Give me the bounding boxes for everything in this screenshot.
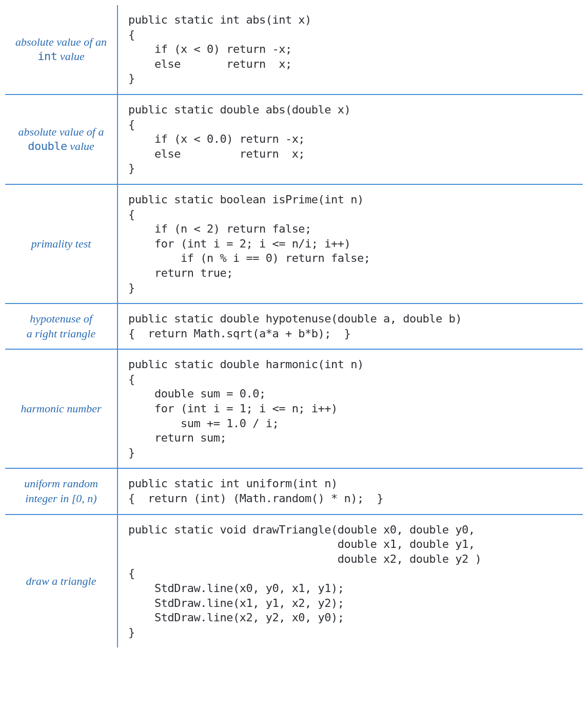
row-code-cell: public static int abs(int x) { if (x < 0…	[118, 5, 583, 94]
row-label: draw a triangle	[26, 574, 96, 589]
function-table: absolute value of anint value public sta…	[5, 5, 583, 647]
table-row: harmonic number public static double har…	[5, 349, 583, 468]
row-code-cell: public static void drawTriangle(double x…	[118, 515, 583, 648]
table-row: primality test public static boolean isP…	[5, 184, 583, 303]
row-label-cell: harmonic number	[5, 350, 118, 468]
row-label: uniform randominteger in [0, n)	[24, 477, 98, 506]
code-block: public static double hypotenuse(double a…	[128, 312, 462, 341]
row-label-cell: primality test	[5, 185, 118, 303]
row-code-cell: public static double harmonic(int n) { d…	[118, 350, 583, 468]
label-post: [0, n)	[72, 492, 97, 505]
table-row: hypotenuse ofa right triangle public sta…	[5, 303, 583, 349]
code-block: public static int uniform(int n) { retur…	[128, 477, 383, 506]
code-block: public static double abs(double x) { if …	[128, 103, 350, 176]
label-pre: harmonic number	[21, 402, 101, 415]
table-row: absolute value of anint value public sta…	[5, 5, 583, 94]
row-label: harmonic number	[21, 402, 101, 416]
label-mono: int	[37, 50, 57, 63]
row-label-cell: draw a triangle	[5, 515, 118, 648]
code-block: public static void drawTriangle(double x…	[128, 523, 481, 640]
row-code-cell: public static boolean isPrime(int n) { i…	[118, 185, 583, 303]
label-post: value	[67, 140, 94, 153]
row-label-cell: absolute value of adouble value	[5, 95, 118, 184]
row-label: absolute value of anint value	[15, 35, 107, 64]
row-code-cell: public static int uniform(int n) { retur…	[118, 469, 583, 513]
code-block: public static boolean isPrime(int n) { i…	[128, 193, 370, 295]
row-label-cell: uniform randominteger in [0, n)	[5, 469, 118, 513]
label-pre: absolute value of an	[15, 35, 107, 48]
code-block: public static double harmonic(int n) { d…	[128, 357, 364, 460]
row-label-cell: hypotenuse ofa right triangle	[5, 304, 118, 349]
table-row: draw a triangle public static void drawT…	[5, 514, 583, 648]
label-pre: hypotenuse ofa right triangle	[27, 312, 95, 340]
row-label: hypotenuse ofa right triangle	[27, 312, 95, 341]
row-code-cell: public static double abs(double x) { if …	[118, 95, 583, 184]
label-pre: primality test	[31, 237, 91, 250]
code-block: public static int abs(int x) { if (x < 0…	[128, 13, 311, 86]
row-code-cell: public static double hypotenuse(double a…	[118, 304, 583, 349]
table-row: uniform randominteger in [0, n) public s…	[5, 468, 583, 513]
label-pre: absolute value of a	[18, 125, 104, 138]
label-pre: draw a triangle	[26, 575, 96, 587]
row-label-cell: absolute value of anint value	[5, 5, 118, 94]
label-post: value	[57, 50, 85, 63]
table-row: absolute value of adouble value public s…	[5, 94, 583, 184]
row-label: primality test	[31, 237, 91, 252]
label-mono: double	[28, 140, 67, 153]
row-label: absolute value of adouble value	[18, 125, 104, 154]
